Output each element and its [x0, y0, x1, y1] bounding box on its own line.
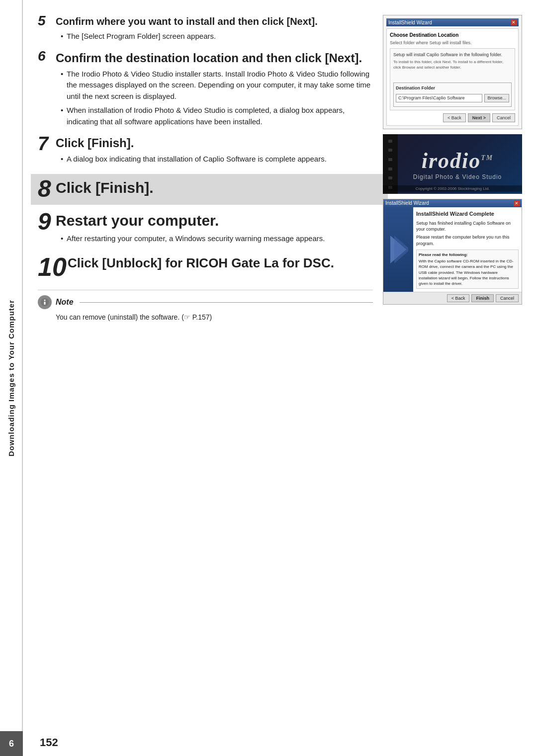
irodio-screenshot: irodioTM Digital Photo & Video Studio Co…: [383, 134, 522, 194]
install-shield-body-text2: To install to this folder, click Next. T…: [393, 59, 512, 70]
note-label: Note: [56, 298, 74, 307]
step-9: 9 Restart your computer. After restartin…: [38, 211, 373, 248]
wizard-left-panel: [383, 207, 413, 292]
back-button[interactable]: < Back: [443, 113, 466, 123]
note-section: Note You can remove (uninstall) the soft…: [38, 290, 373, 323]
install-shield-buttons: < Back Next > Cancel: [390, 113, 515, 123]
step-9-content: Restart your computer. After restarting …: [56, 211, 373, 248]
note-header: Note: [38, 295, 373, 309]
step-6-bullet-2: When installation of Irodio Photo & Vide…: [61, 105, 373, 127]
film-hole-3: [388, 158, 392, 161]
film-hole-5: [388, 176, 392, 179]
note-icon: [38, 295, 52, 309]
install-shield-close-btn[interactable]: ✕: [511, 19, 517, 25]
wizard-complete-body2: Please restart the computer before you r…: [416, 234, 519, 247]
chapter-number: 6: [9, 739, 14, 749]
step-7-bullet-1: A dialog box indicating that installatio…: [61, 154, 373, 165]
folder-label: Destination Folder: [396, 85, 509, 91]
step-7-number: 7: [38, 134, 56, 153]
step-8-content: Click [Finish].: [56, 178, 373, 199]
film-hole-4: [388, 168, 392, 170]
step-10-number: 10: [38, 254, 68, 280]
step-9-bullet-1: After restarting your computer, a Window…: [61, 233, 373, 245]
wizard-note-box: Please read the following: With the Capl…: [416, 250, 519, 289]
step-5-content: Confirm where you want to install and th…: [56, 15, 373, 45]
step-10-content: Click [Unblock] for RICOH Gate La for DS…: [68, 255, 373, 274]
wizard-note-title: Please read the following:: [419, 252, 516, 257]
page-number: 152: [40, 736, 58, 749]
step-7: 7 Click [Finish]. A dialog box indicatin…: [38, 135, 373, 168]
step-6: 6 Confirm the destination location and t…: [38, 50, 373, 131]
install-shield-body: Choose Destination Location Select folde…: [386, 28, 519, 126]
step-8-section: 8 Click [Finish].: [31, 174, 388, 205]
left-column: 5 Confirm where you want to install and …: [38, 15, 383, 323]
step-9-title: Restart your computer.: [56, 211, 373, 230]
irodio-logo-text: irodioTM: [413, 148, 502, 173]
wizard-graphic: [388, 232, 408, 267]
step-9-number: 9: [38, 210, 56, 234]
irodio-logo: irodioTM Digital Photo & Video Studio: [413, 148, 502, 180]
next-button[interactable]: Next >: [468, 113, 490, 123]
irodio-subtitle: Digital Photo & Video Studio: [413, 173, 502, 180]
install-shield-titlebar: InstallShield Wizard ✕: [386, 18, 519, 26]
film-strip: [383, 134, 398, 194]
step-9-bullets: After restarting your computer, a Window…: [56, 233, 373, 245]
browse-button[interactable]: Browse...: [484, 94, 509, 102]
step-6-number: 6: [38, 49, 56, 63]
wizard-close-btn[interactable]: ✕: [514, 200, 520, 206]
irodio-logo-word: irodio: [422, 149, 481, 173]
step-7-bullets: A dialog box indicating that installatio…: [56, 154, 373, 165]
step-8-title: Click [Finish].: [56, 178, 373, 197]
wizard-complete-title-text: InstallShield Wizard: [385, 200, 429, 206]
step-10-title: Click [Unblock] for RICOH Gate La for DS…: [68, 255, 373, 272]
step-6-bullets: The Irodio Photo & Video Studio installe…: [56, 69, 373, 128]
wizard-cancel-btn[interactable]: Cancel: [496, 294, 519, 302]
install-shield-title-text: InstallShield Wizard: [388, 20, 432, 25]
right-column: InstallShield Wizard ✕ Choose Destinatio…: [383, 15, 522, 323]
install-shield-section-title: Choose Destination Location: [390, 32, 515, 39]
film-hole-2: [388, 149, 392, 152]
wizard-finish-btn[interactable]: Finish: [471, 294, 494, 302]
wizard-right-panel: InstallShield Wizard Complete Setup has …: [413, 207, 522, 292]
step-5-bullets: The [Select Program Folder] screen appea…: [56, 31, 373, 42]
cancel-button[interactable]: Cancel: [492, 113, 515, 123]
step-10: 10 Click [Unblock] for RICOH Gate La for…: [38, 255, 373, 280]
wizard-complete-body1: Setup has finished installing Caplio Sof…: [416, 220, 519, 233]
irodio-copyright: Copyright © 2002-2006 StockImaging Ltd.: [383, 185, 522, 192]
film-hole-1: [388, 140, 392, 143]
sidebar: Downloading Images to Your Computer: [0, 0, 23, 756]
step-5-title: Confirm where you want to install and th…: [56, 15, 373, 28]
wizard-complete-titlebar: InstallShield Wizard ✕: [383, 199, 522, 207]
step-5-number: 5: [38, 14, 56, 28]
note-divider-line: [80, 302, 373, 303]
main-content: 5 Confirm where you want to install and …: [23, 0, 537, 337]
install-shield-body-text1: Setup will install Caplio Software in th…: [393, 52, 512, 58]
wizard-buttons: < Back Finish Cancel: [383, 292, 522, 304]
step-5-bullet-1: The [Select Program Folder] screen appea…: [61, 31, 373, 42]
step-7-content: Click [Finish]. A dialog box indicating …: [56, 135, 373, 168]
step-8: 8 Click [Finish].: [38, 178, 373, 201]
wizard-complete-heading: InstallShield Wizard Complete: [416, 210, 519, 218]
folder-path-box: C:\Program Files\Caplio Software: [396, 94, 482, 102]
step-5: 5 Confirm where you want to install and …: [38, 15, 373, 45]
svg-marker-4: [394, 236, 408, 263]
install-shield-screenshot: InstallShield Wizard ✕ Choose Destinatio…: [383, 15, 522, 129]
svg-point-1: [44, 300, 46, 301]
wizard-back-btn[interactable]: < Back: [447, 294, 470, 302]
chapter-number-box: 6: [0, 731, 23, 756]
page-number-text: 152: [40, 736, 58, 749]
install-shield-section-subtitle: Select folder where Setup will install f…: [390, 40, 515, 46]
step-8-number: 8: [38, 177, 56, 201]
folder-path-row: C:\Program Files\Caplio Software Browse.…: [396, 94, 509, 102]
svg-rect-2: [44, 302, 46, 305]
note-text: You can remove (uninstall) the software.…: [38, 312, 373, 323]
wizard-body: InstallShield Wizard Complete Setup has …: [383, 207, 522, 292]
step-6-bullet-1: The Irodio Photo & Video Studio installe…: [61, 69, 373, 102]
irodio-tm: TM: [481, 154, 493, 162]
step-6-content: Confirm the destination location and the…: [56, 50, 373, 131]
step-7-title: Click [Finish].: [56, 135, 373, 151]
sidebar-text: Downloading Images to Your Computer: [7, 300, 15, 456]
wizard-complete-screenshot: InstallShield Wizard ✕ InstallShield Wiz…: [383, 199, 522, 305]
wizard-note-text: With the Caplio software CD-ROM inserted…: [419, 258, 516, 286]
step-6-title: Confirm the destination location and the…: [56, 50, 373, 66]
